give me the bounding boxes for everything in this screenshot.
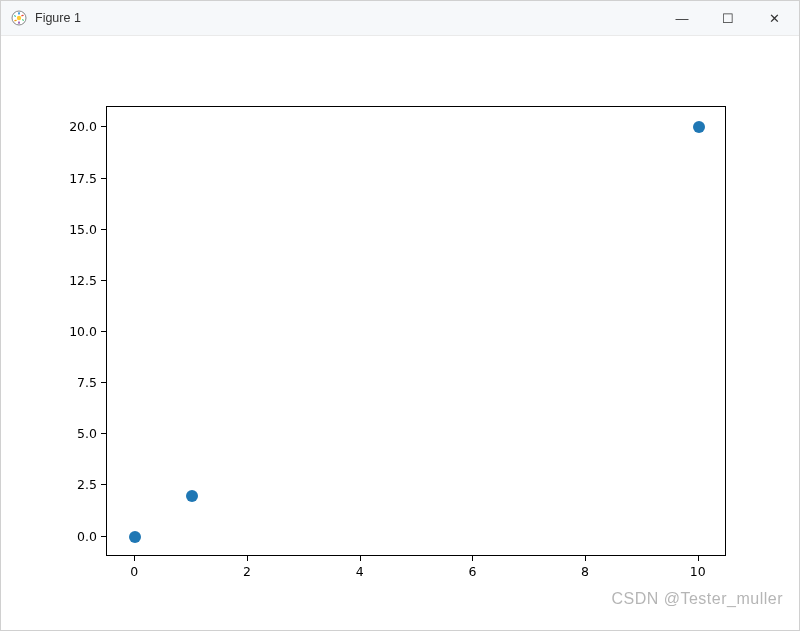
x-tick-label: 6 <box>468 564 476 579</box>
y-tick-label: 5.0 <box>77 426 97 441</box>
window-title: Figure 1 <box>35 11 81 25</box>
x-tick-label: 10 <box>690 564 706 579</box>
x-tickmark <box>134 556 135 561</box>
x-axis: 0246810 <box>106 558 726 583</box>
x-tick-label: 4 <box>356 564 364 579</box>
plot-area <box>106 106 726 556</box>
y-tick-label: 15.0 <box>69 221 97 236</box>
x-tickmark <box>585 556 586 561</box>
y-tickmark <box>101 178 106 179</box>
y-tick-label: 20.0 <box>69 119 97 134</box>
scatter-point <box>186 490 198 502</box>
y-tickmark <box>101 126 106 127</box>
y-tickmark <box>101 331 106 332</box>
scatter-point <box>129 531 141 543</box>
titlebar: Figure 1 — ☐ ✕ <box>1 1 799 36</box>
x-tick-label: 8 <box>581 564 589 579</box>
y-tick-label: 17.5 <box>69 170 97 185</box>
y-axis: 0.02.55.07.510.012.515.017.520.0 <box>1 106 101 556</box>
y-tick-label: 10.0 <box>69 324 97 339</box>
maximize-button[interactable]: ☐ <box>705 1 751 36</box>
app-window: Figure 1 — ☐ ✕ 0.02.55.07.510.012.515.01… <box>0 0 800 631</box>
maximize-icon: ☐ <box>722 11 734 26</box>
x-tick-label: 2 <box>243 564 251 579</box>
minimize-icon: — <box>676 11 689 26</box>
y-tickmark <box>101 536 106 537</box>
x-tickmark <box>247 556 248 561</box>
y-tickmark <box>101 280 106 281</box>
close-button[interactable]: ✕ <box>751 1 797 36</box>
x-tickmark <box>698 556 699 561</box>
close-icon: ✕ <box>769 11 780 26</box>
x-tick-label: 0 <box>130 564 138 579</box>
figure-canvas: 0.02.55.07.510.012.515.017.520.0 0246810… <box>1 36 799 630</box>
x-tickmark <box>360 556 361 561</box>
y-tick-label: 0.0 <box>77 528 97 543</box>
y-tickmark <box>101 484 106 485</box>
y-tickmark <box>101 382 106 383</box>
y-tick-label: 12.5 <box>69 272 97 287</box>
y-tick-label: 2.5 <box>77 477 97 492</box>
y-tick-label: 7.5 <box>77 375 97 390</box>
x-tickmark <box>472 556 473 561</box>
y-tickmark <box>101 433 106 434</box>
watermark-text: CSDN @Tester_muller <box>611 590 783 608</box>
scatter-point <box>693 121 705 133</box>
minimize-button[interactable]: — <box>659 1 705 36</box>
svg-point-1 <box>17 16 21 20</box>
app-icon <box>11 10 27 26</box>
y-tickmark <box>101 229 106 230</box>
